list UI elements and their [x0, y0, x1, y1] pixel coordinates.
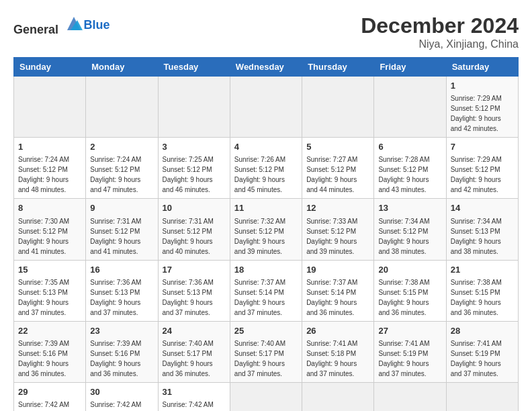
- day-number: 19: [306, 264, 369, 276]
- day-number: 15: [18, 264, 81, 276]
- calendar-table: SundayMondayTuesdayWednesdayThursdayFrid…: [13, 57, 519, 411]
- day-number: 4: [234, 141, 298, 153]
- day-info: Sunrise: 7:34 AMSunset: 5:13 PMDaylight:…: [451, 218, 502, 255]
- calendar-cell: 29Sunrise: 7:42 AMSunset: 5:20 PMDayligh…: [14, 382, 86, 411]
- calendar-cell: 12Sunrise: 7:33 AMSunset: 5:12 PMDayligh…: [302, 199, 374, 260]
- calendar-cell: [302, 382, 374, 411]
- day-info: Sunrise: 7:30 AMSunset: 5:12 PMDaylight:…: [18, 218, 69, 255]
- calendar-cell: [230, 382, 302, 411]
- calendar-header-sunday: Sunday: [14, 58, 86, 77]
- day-info: Sunrise: 7:42 AMSunset: 5:21 PMDaylight:…: [163, 401, 214, 411]
- day-number: 1: [18, 141, 81, 153]
- calendar-cell: [374, 77, 446, 138]
- day-number: 21: [451, 264, 514, 276]
- day-number: 6: [378, 141, 441, 153]
- calendar-week-row: 15Sunrise: 7:35 AMSunset: 5:13 PMDayligh…: [14, 260, 519, 321]
- calendar-header-saturday: Saturday: [446, 58, 518, 77]
- calendar-header-wednesday: Wednesday: [230, 58, 302, 77]
- day-info: Sunrise: 7:39 AMSunset: 5:16 PMDaylight:…: [90, 340, 141, 377]
- day-info: Sunrise: 7:36 AMSunset: 5:13 PMDaylight:…: [90, 279, 141, 316]
- day-info: Sunrise: 7:31 AMSunset: 5:12 PMDaylight:…: [90, 218, 141, 255]
- day-number: 12: [306, 202, 369, 214]
- calendar-header-monday: Monday: [86, 58, 158, 77]
- day-number: 8: [18, 202, 81, 214]
- calendar-week-row: 22Sunrise: 7:39 AMSunset: 5:16 PMDayligh…: [14, 321, 519, 382]
- day-info: Sunrise: 7:28 AMSunset: 5:12 PMDaylight:…: [378, 156, 429, 193]
- page-header: General Blue December 2024 Niya, Xinjian…: [13, 13, 519, 50]
- title-block: December 2024 Niya, Xinjiang, China: [361, 13, 519, 50]
- day-number: 7: [451, 141, 514, 153]
- calendar-cell: 13Sunrise: 7:34 AMSunset: 5:12 PMDayligh…: [374, 199, 446, 260]
- day-info: Sunrise: 7:41 AMSunset: 5:19 PMDaylight:…: [451, 340, 502, 377]
- day-number: 26: [306, 325, 369, 337]
- calendar-cell: 27Sunrise: 7:41 AMSunset: 5:19 PMDayligh…: [374, 321, 446, 382]
- calendar-cell: 5Sunrise: 7:27 AMSunset: 5:12 PMDaylight…: [302, 138, 374, 199]
- location-title: Niya, Xinjiang, China: [361, 38, 519, 50]
- calendar-cell: [230, 77, 302, 138]
- day-number: 1: [451, 80, 514, 92]
- calendar-cell: 3Sunrise: 7:25 AMSunset: 5:12 PMDaylight…: [158, 138, 230, 199]
- day-info: Sunrise: 7:35 AMSunset: 5:13 PMDaylight:…: [18, 279, 69, 316]
- calendar-cell: 20Sunrise: 7:38 AMSunset: 5:15 PMDayligh…: [374, 260, 446, 321]
- day-number: 17: [163, 264, 226, 276]
- day-info: Sunrise: 7:37 AMSunset: 5:14 PMDaylight:…: [306, 279, 357, 316]
- calendar-cell: 16Sunrise: 7:36 AMSunset: 5:13 PMDayligh…: [86, 260, 158, 321]
- calendar-cell: 1Sunrise: 7:24 AMSunset: 5:12 PMDaylight…: [14, 138, 86, 199]
- day-number: 22: [18, 325, 81, 337]
- calendar-header-friday: Friday: [374, 58, 446, 77]
- calendar-cell: 8Sunrise: 7:30 AMSunset: 5:12 PMDaylight…: [14, 199, 86, 260]
- day-number: 11: [234, 202, 298, 214]
- day-number: 5: [306, 141, 369, 153]
- calendar-cell: [302, 77, 374, 138]
- calendar-week-row: 29Sunrise: 7:42 AMSunset: 5:20 PMDayligh…: [14, 382, 519, 411]
- day-number: 3: [163, 141, 226, 153]
- calendar-week-row: 1Sunrise: 7:29 AMSunset: 5:12 PMDaylight…: [14, 77, 519, 138]
- day-info: Sunrise: 7:41 AMSunset: 5:18 PMDaylight:…: [306, 340, 357, 377]
- calendar-cell: 22Sunrise: 7:39 AMSunset: 5:16 PMDayligh…: [14, 321, 86, 382]
- month-year-title: December 2024: [361, 13, 519, 38]
- day-info: Sunrise: 7:37 AMSunset: 5:14 PMDaylight:…: [234, 279, 285, 316]
- calendar-cell: 14Sunrise: 7:34 AMSunset: 5:13 PMDayligh…: [446, 199, 518, 260]
- calendar-cell: 9Sunrise: 7:31 AMSunset: 5:12 PMDaylight…: [86, 199, 158, 260]
- day-info: Sunrise: 7:31 AMSunset: 5:12 PMDaylight:…: [163, 218, 214, 255]
- day-number: 20: [378, 264, 441, 276]
- calendar-cell: 1Sunrise: 7:29 AMSunset: 5:12 PMDaylight…: [446, 77, 518, 138]
- day-info: Sunrise: 7:40 AMSunset: 5:17 PMDaylight:…: [163, 340, 214, 377]
- calendar-header-row: SundayMondayTuesdayWednesdayThursdayFrid…: [14, 58, 519, 77]
- day-number: 29: [18, 386, 81, 398]
- day-info: Sunrise: 7:42 AMSunset: 5:20 PMDaylight:…: [18, 401, 69, 411]
- calendar-cell: 17Sunrise: 7:36 AMSunset: 5:13 PMDayligh…: [158, 260, 230, 321]
- logo-icon: [64, 13, 84, 34]
- calendar-cell: [86, 77, 158, 138]
- day-info: Sunrise: 7:38 AMSunset: 5:15 PMDaylight:…: [378, 279, 429, 316]
- day-info: Sunrise: 7:25 AMSunset: 5:12 PMDaylight:…: [163, 156, 214, 193]
- day-number: 31: [163, 386, 226, 398]
- day-info: Sunrise: 7:38 AMSunset: 5:15 PMDaylight:…: [451, 279, 502, 316]
- calendar-cell: [446, 382, 518, 411]
- day-info: Sunrise: 7:27 AMSunset: 5:12 PMDaylight:…: [306, 156, 357, 193]
- day-info: Sunrise: 7:33 AMSunset: 5:12 PMDaylight:…: [306, 218, 357, 255]
- calendar-cell: 15Sunrise: 7:35 AMSunset: 5:13 PMDayligh…: [14, 260, 86, 321]
- calendar-cell: 23Sunrise: 7:39 AMSunset: 5:16 PMDayligh…: [86, 321, 158, 382]
- day-number: 2: [90, 141, 153, 153]
- day-number: 24: [163, 325, 226, 337]
- day-info: Sunrise: 7:39 AMSunset: 5:16 PMDaylight:…: [18, 340, 69, 377]
- calendar-header-tuesday: Tuesday: [158, 58, 230, 77]
- calendar-cell: 28Sunrise: 7:41 AMSunset: 5:19 PMDayligh…: [446, 321, 518, 382]
- calendar-cell: [158, 77, 230, 138]
- day-number: 14: [451, 202, 514, 214]
- calendar-cell: 2Sunrise: 7:24 AMSunset: 5:12 PMDaylight…: [86, 138, 158, 199]
- day-info: Sunrise: 7:40 AMSunset: 5:17 PMDaylight:…: [234, 340, 285, 377]
- day-info: Sunrise: 7:29 AMSunset: 5:12 PMDaylight:…: [451, 95, 502, 132]
- calendar-cell: [14, 77, 86, 138]
- calendar-cell: 25Sunrise: 7:40 AMSunset: 5:17 PMDayligh…: [230, 321, 302, 382]
- day-info: Sunrise: 7:34 AMSunset: 5:12 PMDaylight:…: [378, 218, 429, 255]
- day-number: 10: [163, 202, 226, 214]
- calendar-cell: 18Sunrise: 7:37 AMSunset: 5:14 PMDayligh…: [230, 260, 302, 321]
- day-info: Sunrise: 7:42 AMSunset: 5:21 PMDaylight:…: [90, 401, 141, 411]
- calendar-cell: 26Sunrise: 7:41 AMSunset: 5:18 PMDayligh…: [302, 321, 374, 382]
- calendar-cell: 6Sunrise: 7:28 AMSunset: 5:12 PMDaylight…: [374, 138, 446, 199]
- day-info: Sunrise: 7:36 AMSunset: 5:13 PMDaylight:…: [163, 279, 214, 316]
- logo-blue: Blue: [84, 18, 110, 32]
- day-number: 18: [234, 264, 298, 276]
